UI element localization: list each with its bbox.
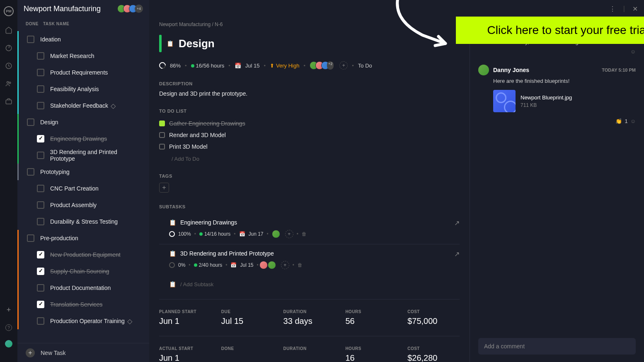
more-menu-icon[interactable]: ⋮ xyxy=(609,5,616,13)
task-item[interactable]: Market Research xyxy=(17,48,149,64)
current-user-avatar[interactable] xyxy=(5,340,12,348)
activity-icon[interactable] xyxy=(5,44,12,52)
subtask-assignees[interactable] xyxy=(272,230,280,238)
task-item[interactable]: New Production Equipment xyxy=(17,246,149,263)
cta-banner[interactable]: Click here to start your free trial xyxy=(456,17,644,44)
task-checkbox[interactable] xyxy=(37,218,44,225)
task-item[interactable]: Production Operator Training◇ xyxy=(17,313,149,329)
task-item[interactable]: Durability & Stress Testing xyxy=(17,213,149,230)
task-item[interactable]: Ideation xyxy=(17,31,149,48)
add-assignee-button[interactable]: + xyxy=(281,261,289,269)
briefcase-icon[interactable] xyxy=(5,98,12,105)
comment-time: TODAY 5:10 PM xyxy=(602,68,636,72)
clipboard-icon: 📋 xyxy=(169,219,176,226)
task-checkbox[interactable] xyxy=(37,52,44,60)
todo-checkbox[interactable] xyxy=(159,132,165,138)
add-assignee-button[interactable]: + xyxy=(285,230,293,238)
add-todo-button[interactable]: / Add To Do xyxy=(159,152,460,162)
task-item[interactable]: Product Documentation xyxy=(17,280,149,296)
task-name: Stakeholder Feedback xyxy=(50,102,108,109)
task-item[interactable]: Stakeholder Feedback◇ xyxy=(17,97,149,114)
tags-section: TAGS + xyxy=(159,174,460,193)
task-item[interactable]: Feasibility Analysis xyxy=(17,81,149,97)
add-assignee-button[interactable]: + xyxy=(339,61,348,70)
task-item[interactable]: CNC Part Creation xyxy=(17,180,149,197)
task-status[interactable]: To Do xyxy=(358,63,372,69)
subtask-assignees[interactable] xyxy=(262,261,276,269)
todo-checkbox[interactable] xyxy=(159,121,165,126)
attachment[interactable]: Newport Blueprint.jpg 711 KB xyxy=(493,90,636,112)
todo-item[interactable]: Print 3D Model xyxy=(159,141,460,152)
task-item[interactable]: Supply Chain Sourcing xyxy=(17,263,149,280)
subtask-item[interactable]: 📋 3D Rendering and Printed Prototype ↗ 0… xyxy=(159,244,460,275)
add-reaction[interactable]: ☺ xyxy=(493,48,636,55)
team-icon[interactable] xyxy=(5,80,12,87)
clock-icon[interactable] xyxy=(5,62,12,70)
todo-item[interactable]: Gather Engineering Drawings xyxy=(159,118,460,129)
task-checkbox[interactable] xyxy=(27,118,34,126)
task-meta: 86% • 16/56 hours • 📅 Jul 15 • ⬆Very Hig… xyxy=(159,61,460,70)
task-checkbox[interactable] xyxy=(37,135,44,142)
task-checkbox[interactable] xyxy=(37,185,44,192)
task-checkbox[interactable] xyxy=(37,268,44,275)
stat-label: ACTUAL START xyxy=(159,346,211,351)
breadcrumb[interactable]: Newport Manufacturing / N-6 xyxy=(159,22,460,27)
delete-icon[interactable]: 🗑 xyxy=(298,262,303,268)
delete-icon[interactable]: 🗑 xyxy=(302,231,307,237)
task-item[interactable]: Design xyxy=(17,114,149,130)
open-subtask-icon[interactable]: ↗ xyxy=(454,219,460,227)
task-checkbox[interactable] xyxy=(37,102,44,109)
todo-label: TO DO LIST xyxy=(159,109,460,113)
avatar-more: +4 xyxy=(135,5,143,13)
add-tag-button[interactable]: + xyxy=(159,183,169,193)
open-subtask-icon[interactable]: ↗ xyxy=(454,250,460,258)
task-item[interactable]: Pre-production xyxy=(17,230,149,246)
stat-cell: DUEJul 15 xyxy=(221,309,274,326)
stat-cell: DURATION33 days xyxy=(283,309,336,326)
task-checkbox[interactable] xyxy=(37,152,44,159)
comment-text: Here are the finished blueprints! xyxy=(493,78,636,84)
subtasks-label: SUBTASKS xyxy=(159,204,460,209)
task-item[interactable]: Translation Services xyxy=(17,296,149,313)
new-task-button[interactable]: + New Task xyxy=(17,343,149,362)
task-priority[interactable]: ⬆Very High xyxy=(270,63,299,69)
task-checkbox[interactable] xyxy=(37,301,44,308)
task-checkbox[interactable] xyxy=(37,284,44,292)
reaction-row[interactable]: 👏1☺ xyxy=(493,118,636,124)
app-logo[interactable]: PM xyxy=(4,6,14,16)
task-checkbox[interactable] xyxy=(27,36,34,43)
comment-avatar[interactable] xyxy=(478,65,489,75)
task-due[interactable]: Jul 15 xyxy=(245,63,260,69)
close-icon[interactable]: ✕ xyxy=(632,5,638,13)
task-checkbox[interactable] xyxy=(27,168,34,176)
add-reaction-icon[interactable]: ☺ xyxy=(630,118,636,124)
stat-value: Jul 15 xyxy=(221,316,274,326)
subtask-item[interactable]: 📋 Engineering Drawings ↗ 100% • 14/16 ho… xyxy=(159,213,460,244)
todo-checkbox[interactable] xyxy=(159,144,165,150)
comment-input[interactable]: Add a comment xyxy=(478,338,636,355)
add-subtask-button[interactable]: 📋 / Add Subtask xyxy=(159,275,460,287)
add-icon[interactable]: + xyxy=(7,306,11,314)
task-item[interactable]: Product Assembly xyxy=(17,197,149,213)
task-item[interactable]: Prototyping xyxy=(17,164,149,180)
task-title[interactable]: Design xyxy=(179,37,215,50)
column-done: DONE xyxy=(26,22,43,26)
task-description[interactable]: Design and 3D print the prototype. xyxy=(159,90,460,97)
assignee-stack[interactable]: +2 xyxy=(310,61,334,70)
task-checkbox[interactable] xyxy=(27,234,34,242)
stat-value: 56 xyxy=(345,316,397,326)
task-checkbox[interactable] xyxy=(37,317,44,325)
help-icon[interactable]: ? xyxy=(5,324,12,331)
task-checkbox[interactable] xyxy=(37,201,44,209)
task-checkbox[interactable] xyxy=(37,251,44,258)
task-item[interactable]: Product Requirements xyxy=(17,64,149,81)
task-name: Product Documentation xyxy=(50,285,111,291)
task-item[interactable]: 3D Rendering and Printed Prototype xyxy=(17,147,149,164)
todo-item[interactable]: Render and 3D Model xyxy=(159,129,460,141)
home-icon[interactable] xyxy=(5,27,12,34)
task-checkbox[interactable] xyxy=(37,85,44,93)
svg-point-3 xyxy=(9,82,11,84)
task-checkbox[interactable] xyxy=(37,69,44,76)
task-item[interactable]: Engineering Drawings xyxy=(17,130,149,147)
project-members[interactable]: +4 xyxy=(117,5,143,13)
